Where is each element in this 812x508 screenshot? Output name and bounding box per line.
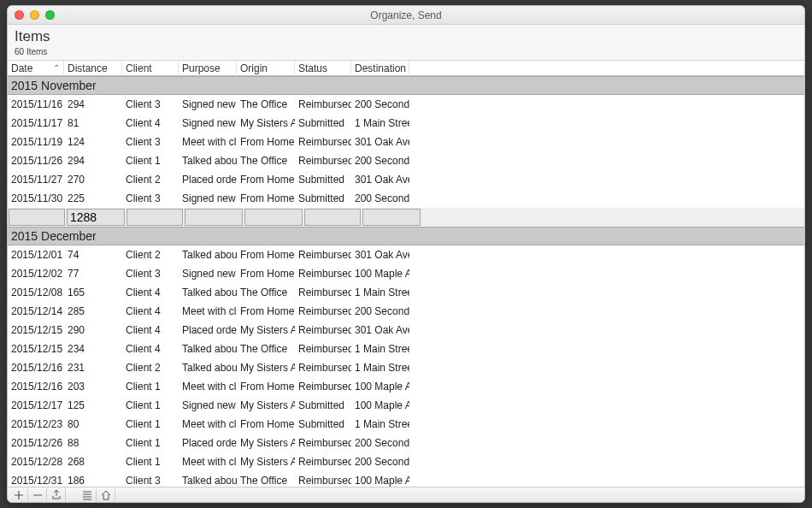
cell-date: 2015/12/23 — [8, 416, 64, 433]
table-row[interactable]: 2015/12/14285Client 4Meet with clientFro… — [8, 302, 804, 321]
table-row[interactable]: 2015/12/15234Client 4Talked about invest… — [8, 340, 804, 358]
cell-distance: 165 — [64, 284, 122, 301]
cell-purpose: Signed new mutual fund docs — [179, 265, 237, 282]
cell-date: 2015/11/26 — [8, 152, 64, 169]
cell-purpose: Meet with client — [179, 378, 237, 395]
cell-purpose: Signed new mutual fund docs — [179, 115, 237, 132]
cell-purpose: Placed order for supplies — [179, 322, 237, 339]
table-row[interactable]: 2015/12/17125Client 1Signed new mutual f… — [8, 396, 804, 415]
cell-origin: From Home — [237, 133, 295, 151]
cell-status: Submitted — [295, 397, 351, 414]
col-distance[interactable]: Distance — [64, 61, 122, 76]
cell-origin: The Office — [237, 340, 295, 357]
column-headers: Date Distance Client Purpose Origin Stat… — [8, 60, 804, 76]
table-row[interactable]: 2015/12/31186Client 3Talked about invest… — [8, 471, 804, 487]
cell-purpose: Talked about investments — [179, 284, 237, 301]
table-row[interactable]: 2015/12/0277Client 3Signed new mutual fu… — [8, 264, 804, 283]
cell-client: Client 2 — [122, 246, 179, 263]
cell-distance: 80 — [64, 416, 122, 433]
cell-status: Reimbursed — [295, 472, 351, 487]
cell-status: Reimbursed — [295, 378, 351, 395]
cell-date: 2015/12/16 — [8, 359, 64, 376]
col-status[interactable]: Status — [295, 61, 351, 76]
col-purpose[interactable]: Purpose — [179, 61, 237, 76]
cell-date: 2015/11/30 — [8, 190, 64, 207]
cell-client: Client 3 — [122, 265, 179, 282]
col-date[interactable]: Date — [8, 61, 64, 76]
home-button[interactable] — [97, 488, 115, 502]
cell-status: Reimbursed — [295, 284, 351, 301]
add-button[interactable] — [9, 488, 28, 502]
cell-date: 2015/12/02 — [8, 265, 64, 282]
zoom-icon[interactable] — [45, 10, 55, 20]
table-row[interactable]: 2015/11/16294Client 3Signed new mutual f… — [8, 95, 804, 114]
remove-button[interactable] — [28, 488, 47, 502]
cell-origin: From Home — [237, 246, 295, 263]
cell-origin: The Office — [237, 152, 295, 169]
cell-destination: 200 Second Street — [351, 434, 409, 452]
summary-cell-destination — [362, 209, 421, 226]
cell-distance: 124 — [64, 133, 122, 151]
titlebar[interactable]: Organize, Send — [8, 6, 804, 25]
cell-client: Client 4 — [122, 322, 179, 339]
cell-purpose: Talked about investments — [179, 359, 237, 376]
table-row[interactable]: 2015/11/26294Client 1Talked about invest… — [8, 151, 804, 170]
table-body[interactable]: 2015 November2015/11/16294Client 3Signed… — [8, 76, 804, 487]
cell-client: Client 3 — [122, 96, 179, 113]
cell-date: 2015/12/15 — [8, 340, 64, 357]
table-row[interactable]: 2015/12/0174Client 2Talked about investm… — [8, 245, 804, 264]
cell-date: 2015/12/26 — [8, 434, 64, 452]
cell-purpose: Placed order for supplies — [179, 434, 237, 452]
table-row[interactable]: 2015/12/16231Client 2Talked about invest… — [8, 358, 804, 377]
col-client[interactable]: Client — [122, 61, 179, 76]
table-row[interactable]: 2015/11/30225Client 3Signed new mutual f… — [8, 189, 804, 208]
cell-status: Reimbursed — [295, 359, 351, 376]
page-header: Items — [8, 25, 804, 47]
table-row[interactable]: 2015/12/08165Client 4Talked about invest… — [8, 283, 804, 302]
table-row[interactable]: 2015/11/1781Client 4Signed new mutual fu… — [8, 114, 804, 133]
cell-distance: 81 — [64, 115, 122, 132]
list-view-button[interactable] — [78, 488, 97, 502]
cell-purpose: Meet with client — [179, 416, 237, 433]
cell-destination: 200 Second Street — [351, 190, 409, 207]
cell-client: Client 4 — [122, 115, 179, 132]
cell-origin: The Office — [237, 284, 295, 301]
cell-purpose: Talked about investments — [179, 246, 237, 263]
minimize-icon[interactable] — [30, 10, 39, 20]
cell-purpose: Meet with client — [179, 133, 237, 151]
table-row[interactable]: 2015/12/2688Client 1Placed order for sup… — [8, 434, 804, 452]
app-window: Organize, Send Items 60 Items Date Dista… — [7, 5, 805, 503]
table-row[interactable]: 2015/12/28268Client 1Meet with clientMy … — [8, 452, 804, 471]
cell-client: Client 1 — [122, 397, 179, 414]
cell-origin: My Sisters Apartment — [237, 434, 295, 452]
group-header[interactable]: 2015 November — [8, 76, 804, 95]
table-row[interactable]: 2015/11/19124Client 3Meet with clientFro… — [8, 133, 804, 151]
cell-date: 2015/11/27 — [8, 171, 64, 188]
col-destination[interactable]: Destination — [351, 61, 409, 76]
table-row[interactable]: 2015/12/16203Client 1Meet with clientFro… — [8, 377, 804, 396]
cell-date: 2015/12/17 — [8, 397, 64, 414]
cell-destination: 200 Second Street — [351, 303, 409, 320]
group-header[interactable]: 2015 December — [8, 227, 804, 245]
cell-date: 2015/12/28 — [8, 453, 64, 470]
summary-cell-date — [9, 209, 65, 226]
cell-destination: 301 Oak Avenue — [351, 246, 409, 263]
summary-cell-client — [127, 209, 183, 226]
cell-distance: 294 — [64, 96, 122, 113]
table-row[interactable]: 2015/11/27270Client 2Placed order for su… — [8, 170, 804, 189]
cell-distance: 294 — [64, 152, 122, 169]
share-button[interactable] — [47, 488, 66, 502]
summary-cell-purpose — [185, 209, 243, 226]
cell-status: Submitted — [295, 171, 351, 188]
cell-purpose: Talked about investments — [179, 340, 237, 357]
col-origin[interactable]: Origin — [237, 61, 295, 76]
cell-destination: 200 Second Street — [351, 152, 409, 169]
close-icon[interactable] — [15, 10, 24, 20]
cell-purpose: Signed new mutual fund docs — [179, 397, 237, 414]
cell-distance: 125 — [64, 397, 122, 414]
cell-client: Client 3 — [122, 190, 179, 207]
table-row[interactable]: 2015/12/2380Client 1Meet with clientFrom… — [8, 415, 804, 434]
cell-status: Reimbursed — [295, 152, 351, 169]
cell-status: Reimbursed — [295, 133, 351, 151]
table-row[interactable]: 2015/12/15290Client 4Placed order for su… — [8, 321, 804, 340]
